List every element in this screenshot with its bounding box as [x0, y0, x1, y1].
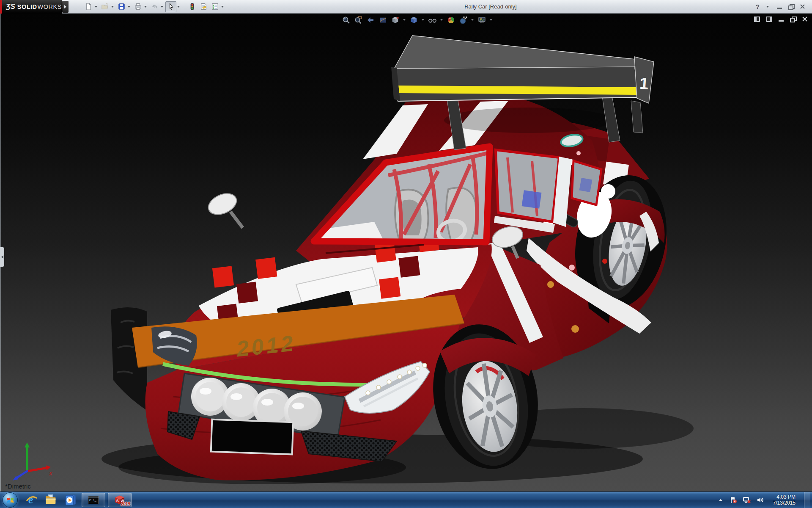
solidworks-version-badge: 2015 — [121, 502, 130, 506]
dropdown-caret-icon[interactable] — [403, 19, 406, 21]
graphics-viewport[interactable]: 2012 — [0, 14, 812, 491]
show-hidden-icons-button[interactable] — [717, 497, 724, 503]
save-button[interactable] — [116, 1, 127, 12]
new-document-button[interactable] — [83, 1, 94, 12]
file-properties-button[interactable] — [198, 1, 209, 12]
zoom-to-area-icon — [354, 16, 363, 25]
document-minimize-button[interactable] — [779, 20, 784, 22]
options-checklist-icon — [211, 3, 219, 11]
dropdown-caret-icon[interactable] — [111, 6, 114, 8]
help-button[interactable]: ? — [756, 3, 760, 10]
apply-scene-button[interactable] — [458, 15, 468, 25]
view-settings-button[interactable] — [477, 15, 487, 25]
display-style-cube-icon — [409, 16, 418, 25]
rebuild-button[interactable] — [187, 1, 198, 12]
zoom-to-area-button[interactable] — [353, 15, 363, 25]
taskbar-item-media-player[interactable] — [61, 492, 80, 508]
dropdown-caret-icon[interactable] — [221, 6, 224, 8]
print-button[interactable] — [132, 1, 143, 12]
internet-explorer-icon: e — [25, 494, 38, 506]
view-orientation-label: *Dimetric — [5, 483, 31, 490]
minimize-button[interactable] — [777, 8, 782, 9]
brand-name-bold: SOLID — [17, 3, 37, 10]
zoom-to-fit-button[interactable] — [341, 15, 351, 25]
collapse-left-pane-button[interactable] — [754, 17, 760, 22]
collapse-right-pane-button[interactable] — [766, 17, 772, 22]
open-button[interactable] — [99, 1, 110, 12]
svg-text:S: S — [116, 499, 119, 503]
section-view-button[interactable] — [378, 15, 388, 25]
dropdown-caret-icon[interactable] — [440, 19, 443, 21]
edit-appearance-button[interactable] — [446, 15, 456, 25]
previous-view-button[interactable] — [365, 15, 376, 25]
new-document-icon — [85, 3, 93, 11]
start-button[interactable] — [3, 492, 18, 508]
headsup-view-toolbar — [341, 15, 493, 25]
feature-manager-collapse-tab[interactable] — [0, 247, 4, 267]
rally-car-3d-model[interactable]: 2012 — [0, 14, 812, 491]
reference-triad: x — [5, 434, 56, 480]
view-orientation-button[interactable] — [390, 15, 400, 25]
taskbar-item-solidworks-2015[interactable]: S W 2015 — [108, 493, 132, 507]
wing-number: 1 — [639, 75, 649, 93]
undo-button[interactable] — [149, 1, 160, 12]
taskbar-item-internet-explorer[interactable]: e — [22, 492, 41, 508]
windshield — [314, 146, 490, 244]
dropdown-caret-icon[interactable] — [177, 6, 180, 8]
windows-flag-icon — [6, 496, 14, 504]
dropdown-caret-icon[interactable] — [128, 6, 130, 8]
view-settings-monitor-icon — [477, 16, 486, 25]
title-bar: ƷS SOLID WORKS — [0, 0, 812, 14]
menu-expand-button[interactable] — [62, 1, 69, 13]
windows-taskbar: e C:\_ S W — [0, 491, 812, 508]
display-style-button[interactable] — [409, 15, 419, 25]
media-player-icon — [64, 494, 77, 506]
clock-time: 4:03 PM — [773, 494, 796, 500]
document-restore-button[interactable] — [790, 17, 796, 22]
restore-button[interactable] — [788, 4, 793, 9]
dropdown-caret-icon[interactable] — [161, 6, 163, 8]
dropdown-caret-icon[interactable] — [144, 6, 147, 8]
license-plate — [211, 420, 294, 455]
checkered-flag-glyph — [463, 17, 467, 19]
zoom-to-fit-icon — [342, 16, 351, 25]
help-dropdown-caret-icon[interactable] — [766, 6, 769, 8]
left-arrow-icon — [1, 255, 3, 259]
dropdown-caret-icon[interactable] — [471, 19, 474, 21]
document-close-button[interactable] — [802, 16, 808, 22]
window-controls: ? — [756, 3, 812, 10]
solidworks-logo: ƷS SOLID WORKS — [0, 0, 62, 14]
apply-scene-icon — [459, 16, 468, 25]
open-folder-icon — [101, 3, 109, 11]
network-status-icon[interactable] — [743, 496, 751, 504]
clock-date: 7/13/2015 — [773, 500, 796, 506]
action-center-flag-icon[interactable] — [729, 496, 738, 504]
dropdown-caret-icon[interactable] — [95, 6, 97, 8]
close-button[interactable] — [800, 4, 805, 9]
triad-x-label: x — [49, 469, 52, 477]
taskbar-item-windows-explorer[interactable] — [41, 492, 61, 508]
volume-icon[interactable] — [756, 496, 765, 504]
taskbar-item-command-prompt[interactable]: C:\_ — [82, 493, 105, 507]
brand-name-light: WORKS — [38, 3, 62, 10]
file-properties-icon — [200, 3, 208, 11]
dropdown-caret-icon[interactable] — [422, 19, 424, 21]
quick-access-toolbar — [83, 1, 225, 12]
rebuild-traffic-light-icon — [188, 3, 196, 11]
left-mirror — [205, 190, 243, 228]
eyeglasses-icon — [428, 16, 437, 25]
system-tray: 4:03 PM 7/13/2015 — [717, 492, 812, 508]
hide-show-items-button[interactable] — [427, 15, 437, 25]
select-cursor-icon — [167, 3, 175, 11]
options-button[interactable] — [209, 1, 220, 12]
dropdown-caret-icon[interactable] — [490, 19, 492, 21]
folder-icon — [45, 494, 58, 506]
print-icon — [134, 3, 142, 11]
taskbar-clock[interactable]: 4:03 PM 7/13/2015 — [770, 494, 799, 506]
svg-text:e: e — [28, 494, 33, 506]
select-button[interactable] — [165, 1, 176, 12]
window-title: Rally Car [Read-only] — [225, 3, 756, 10]
show-desktop-button[interactable] — [804, 492, 810, 508]
view-orientation-cube-icon — [391, 16, 400, 25]
section-view-icon — [379, 16, 387, 25]
